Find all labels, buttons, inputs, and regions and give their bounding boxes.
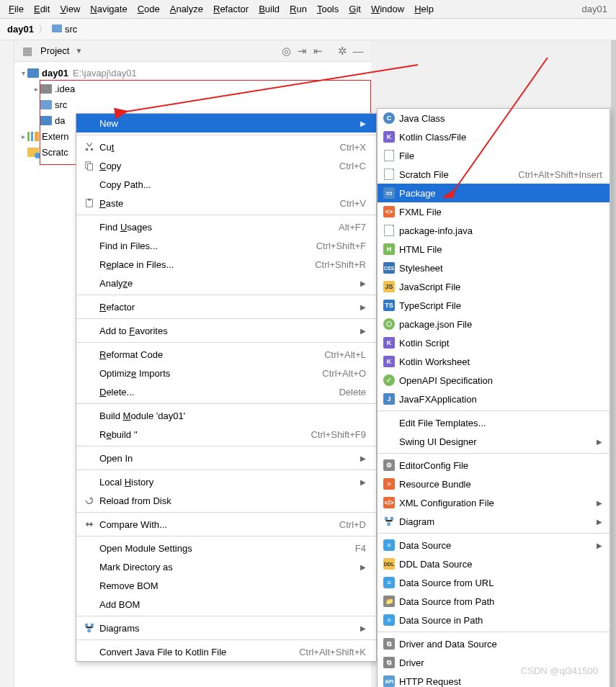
new-item[interactable]: ≡Data Source in Path xyxy=(378,611,610,629)
new-item[interactable]: ≡Data Source▶ xyxy=(378,536,610,554)
expand-icon[interactable]: ⇥ xyxy=(295,44,309,58)
menu-edit[interactable]: Edit xyxy=(34,4,50,14)
new-item[interactable]: ≡Resource Bundle xyxy=(378,475,610,493)
context-item[interactable]: New▶ xyxy=(76,114,376,133)
chevron-down-icon[interactable]: ▼ xyxy=(75,47,82,55)
file-icon xyxy=(40,116,52,125)
submenu-new[interactable]: CJava ClassKKotlin Class/FileFileScratch… xyxy=(377,108,610,687)
chevron-right-icon: ▶ xyxy=(360,120,366,127)
new-item[interactable]: JSJavaScript File xyxy=(378,277,610,296)
context-item[interactable]: Convert Java File to Kotlin FileCtrl+Alt… xyxy=(76,642,376,661)
menu-label: Optimize Imports xyxy=(97,368,311,379)
new-item[interactable]: HHTML File xyxy=(378,240,610,259)
context-item[interactable]: Delete...Delete xyxy=(76,382,376,401)
menu-git[interactable]: Git xyxy=(349,4,361,14)
new-item[interactable]: ⚙EditorConfig File xyxy=(378,456,610,475)
menu-help[interactable]: Help xyxy=(414,4,434,14)
context-item[interactable]: Compare With...Ctrl+D xyxy=(76,515,376,534)
context-item[interactable]: Add to Favorites▶ xyxy=(76,321,376,340)
menu-view[interactable]: View xyxy=(60,4,80,14)
chevron-right-icon: ▶ xyxy=(360,454,366,462)
new-item[interactable]: KKotlin Script xyxy=(378,333,610,352)
breadcrumb-item[interactable]: day01 xyxy=(7,24,34,35)
context-item[interactable]: Reload from Disk xyxy=(76,491,376,510)
chevron-right-icon[interactable]: ▸ xyxy=(32,85,40,93)
context-item[interactable]: Find in Files...Ctrl+Shift+F xyxy=(76,236,376,255)
new-item[interactable]: Diagram▶ xyxy=(378,512,610,531)
tool-window-stripe[interactable] xyxy=(0,40,14,687)
new-item[interactable]: KKotlin Worksheet xyxy=(378,352,610,371)
menu-label: Kotlin Script xyxy=(396,338,602,349)
jfx-icon: J xyxy=(382,393,396,405)
tree-node-root[interactable]: ▾ day01 E:\javapj\day01 xyxy=(14,65,371,81)
menu-file[interactable]: File xyxy=(9,4,24,14)
context-item[interactable]: Optimize ImportsCtrl+Alt+O xyxy=(76,364,376,382)
dsp-icon: 📁 xyxy=(382,596,396,607)
new-item[interactable]: 📁Data Source from Path xyxy=(378,592,610,611)
new-item[interactable]: ▭Package xyxy=(378,184,610,202)
context-item[interactable]: CutCtrl+X xyxy=(76,138,376,156)
menu-tools[interactable]: Tools xyxy=(317,4,339,14)
new-item[interactable]: Edit File Templates... xyxy=(378,413,610,432)
collapse-icon[interactable]: ⇤ xyxy=(311,44,325,58)
menu-code[interactable]: Code xyxy=(138,4,160,14)
context-item[interactable]: Remove BOM xyxy=(76,576,376,595)
gear-icon[interactable]: ✲ xyxy=(335,44,349,58)
menu-label: Add to Favorites xyxy=(97,325,353,336)
breadcrumb-item[interactable]: src xyxy=(52,24,77,35)
context-item[interactable]: Replace in Files...Ctrl+Shift+R xyxy=(76,255,376,274)
target-icon[interactable]: ◎ xyxy=(279,44,293,58)
menu-label: OpenAPI Specification xyxy=(396,375,602,386)
menu-analyze[interactable]: Analyze xyxy=(170,4,203,14)
context-item[interactable]: Local History▶ xyxy=(76,472,376,491)
new-item[interactable]: ✓OpenAPI Specification xyxy=(378,371,610,390)
new-item[interactable]: <>FXML File xyxy=(378,202,610,221)
new-item[interactable]: KKotlin Class/File xyxy=(378,127,610,146)
context-item[interactable]: Open In▶ xyxy=(76,449,376,467)
hide-icon[interactable]: — xyxy=(351,44,365,58)
new-item[interactable]: DDLDDL Data Source xyxy=(378,554,610,573)
chevron-right-icon[interactable]: ▸ xyxy=(19,133,27,140)
context-item[interactable]: PasteCtrl+V xyxy=(76,194,376,212)
new-item[interactable]: ⬡package.json File xyxy=(378,315,610,333)
menu-label: Data Source from URL xyxy=(396,578,602,588)
svg-rect-8 xyxy=(390,517,393,520)
context-item[interactable]: CopyCtrl+C xyxy=(76,156,376,175)
context-item[interactable]: Open Module SettingsF4 xyxy=(76,539,376,557)
context-item[interactable]: Refactor▶ xyxy=(76,297,376,316)
context-item[interactable]: Rebuild ''Ctrl+Shift+F9 xyxy=(76,425,376,444)
new-item[interactable]: File xyxy=(378,146,610,165)
context-menu[interactable]: New▶CutCtrl+XCopyCtrl+CCopy Path...Paste… xyxy=(76,113,377,662)
menu-run[interactable]: Run xyxy=(290,4,307,14)
new-item[interactable]: CSSStylesheet xyxy=(378,259,610,277)
new-item[interactable]: </>XML Configuration File▶ xyxy=(378,493,610,512)
new-item[interactable]: Scratch FileCtrl+Alt+Shift+Insert xyxy=(378,165,610,184)
chevron-down-icon[interactable]: ▾ xyxy=(19,69,27,77)
context-item[interactable]: Analyze▶ xyxy=(76,274,376,292)
menu-build[interactable]: Build xyxy=(259,4,280,14)
menu-label: Edit File Templates... xyxy=(396,418,602,428)
js-icon: JS xyxy=(382,281,396,292)
new-item[interactable]: JJavaFXApplication xyxy=(378,390,610,408)
menu-window[interactable]: Window xyxy=(371,4,404,14)
new-item[interactable]: TSTypeScript File xyxy=(378,296,610,315)
tree-node-idea[interactable]: ▸ .idea xyxy=(14,81,371,96)
svg-rect-6 xyxy=(87,629,90,632)
menu-refactor[interactable]: Refactor xyxy=(213,4,249,14)
context-item[interactable]: Reformat CodeCtrl+Alt+L xyxy=(76,345,376,364)
context-item[interactable]: Mark Directory as▶ xyxy=(76,557,376,576)
new-item[interactable]: ≡Data Source from URL xyxy=(378,573,610,592)
new-item[interactable]: Swing UI Designer▶ xyxy=(378,432,610,451)
context-item[interactable]: Diagrams▶ xyxy=(76,619,376,637)
new-item[interactable]: package-info.java xyxy=(378,221,610,240)
menu-label: Reformat Code xyxy=(97,349,313,360)
context-item[interactable]: Copy Path... xyxy=(76,175,376,194)
new-item[interactable]: CJava Class xyxy=(378,109,610,127)
context-item[interactable]: Add BOM xyxy=(76,595,376,614)
diff-icon xyxy=(82,519,97,529)
menu-navigate[interactable]: Navigate xyxy=(90,4,127,14)
new-item[interactable]: ⧉Driver and Data Source xyxy=(378,634,610,653)
context-item[interactable]: Build Module 'day01' xyxy=(76,406,376,425)
tree-node-src[interactable]: src xyxy=(14,96,371,112)
context-item[interactable]: Find UsagesAlt+F7 xyxy=(76,217,376,236)
